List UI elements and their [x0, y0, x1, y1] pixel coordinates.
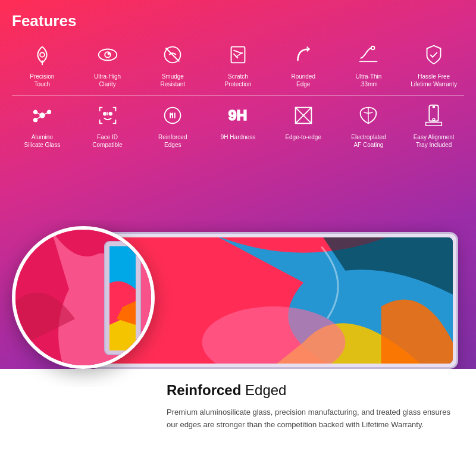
ultra-high-clarity-label: Ultra-HighClarity [94, 73, 121, 88]
edge-to-edge-label: Edge-to-edge [285, 133, 321, 141]
svg-point-0 [40, 52, 45, 57]
feature-9h-hardness: 9H 9H Hardness [208, 101, 268, 149]
svg-point-1 [98, 49, 117, 60]
svg-point-30 [433, 118, 435, 121]
scratch-icon [223, 40, 253, 70]
face-id-label: Face IDCompatible [92, 133, 123, 149]
features-section: Features PrecisionTouch [0, 0, 476, 162]
features-row-2: AluminoSilicate Glass Face IDComp [12, 101, 464, 149]
ultra-thin-icon [353, 40, 383, 70]
main-container: Features PrecisionTouch [0, 0, 476, 476]
feature-alumino-silicate: AluminoSilicate Glass [12, 101, 73, 149]
circle-zoom-inset [12, 226, 155, 369]
reinforce-icon [158, 101, 187, 130]
edge-to-edge-icon [289, 101, 318, 130]
hassle-free-label: Hassle FreeLifetime Warranty [411, 73, 457, 88]
alumino-silicate-label: AluminoSilicate Glass [24, 133, 61, 149]
touch-icon [27, 40, 57, 70]
svg-line-5 [166, 48, 180, 62]
svg-point-10 [371, 46, 375, 50]
feature-ultra-high-clarity: Ultra-HighClarity [77, 40, 138, 88]
feature-ultra-thin: Ultra-Thin.33mm [339, 40, 399, 88]
svg-point-29 [433, 106, 435, 108]
face-id-icon [93, 101, 123, 130]
smudge-resistant-label: SmudgeResistant [160, 73, 185, 88]
circle-inner-content [15, 230, 151, 365]
ultra-thin-label: Ultra-Thin.33mm [355, 73, 381, 88]
svg-point-19 [103, 112, 106, 115]
info-title-bold: Reinforced [167, 382, 241, 398]
feature-precision-touch: PrecisionTouch [12, 40, 73, 88]
shield-icon [419, 40, 449, 70]
feature-hassle-free: Hassle FreeLifetime Warranty [403, 40, 464, 88]
feature-scratch-protection: ScratchProtection [208, 40, 268, 88]
9h-icon: 9H [223, 101, 253, 130]
molecule-icon [27, 101, 57, 130]
smudge-icon [158, 40, 187, 70]
row-divider [12, 95, 464, 96]
feature-electroplated: ElectroplatedAF Coating [339, 101, 399, 149]
features-title: Features [12, 12, 464, 30]
feature-face-id: Face IDCompatible [77, 101, 138, 149]
info-box: Reinforced Edged Premium aluminosilicate… [0, 369, 476, 476]
info-title-normal: Edged [241, 382, 286, 398]
feature-edge-to-edge: Edge-to-edge [273, 101, 334, 149]
feature-smudge-resistant: SmudgeResistant [142, 40, 203, 88]
leaf-icon [353, 101, 383, 130]
feature-easy-alignment: Easy AlignmentTray Included [403, 101, 464, 149]
svg-rect-6 [231, 47, 245, 63]
reinforced-edges-label: ReinforcedEdges [158, 133, 187, 149]
svg-point-3 [108, 53, 109, 55]
svg-line-9 [236, 52, 242, 57]
product-section: Reinforced Edged Premium aluminosilicate… [0, 220, 476, 476]
eye-icon [93, 40, 123, 70]
svg-text:9H: 9H [228, 107, 248, 123]
info-description: Premium aluminosilicate glass, precision… [167, 406, 458, 431]
scratch-protection-label: ScratchProtection [224, 73, 251, 88]
feature-reinforced-edges: ReinforcedEdges [142, 101, 203, 149]
easy-alignment-label: Easy AlignmentTray Included [414, 133, 455, 149]
phone-tray-icon [419, 101, 449, 130]
info-title: Reinforced Edged [167, 382, 458, 399]
feature-rounded-edge: RoundedEdge [273, 40, 334, 88]
rounded-edge-label: RoundedEdge [291, 73, 315, 88]
ipad-display-area [0, 220, 476, 387]
rounded-edge-icon [289, 40, 318, 70]
features-row-1: PrecisionTouch Ultra-HighClarity [12, 40, 464, 88]
9h-hardness-label: 9H Hardness [221, 133, 255, 141]
svg-point-20 [109, 112, 112, 115]
precision-touch-label: PrecisionTouch [30, 73, 54, 88]
electroplated-label: ElectroplatedAF Coating [351, 133, 386, 149]
